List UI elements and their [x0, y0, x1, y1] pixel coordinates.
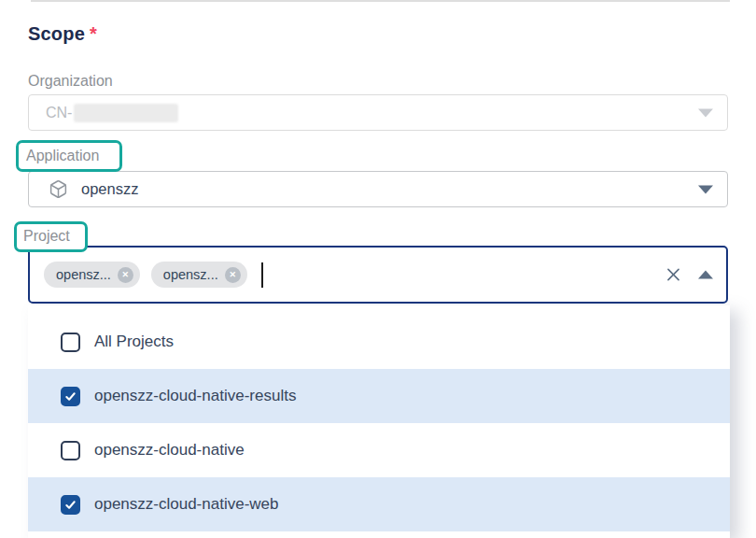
chip-remove-x-circle-icon[interactable]: ✕ [225, 267, 241, 283]
option-label: openszz-cloud-native-results [94, 387, 296, 405]
redacted-value [74, 104, 178, 122]
chip-remove-x-circle-icon[interactable]: ✕ [118, 267, 133, 283]
project-option-row[interactable]: openszz-cloud-native-web [28, 477, 730, 531]
organization-select: CN- [28, 94, 728, 131]
checkbox-unchecked-icon[interactable] [61, 333, 80, 352]
section-title: Scope* [28, 23, 97, 45]
project-option-row[interactable]: openszz-cloud-native [28, 423, 730, 477]
project-options-dropdown: All Projectsopenszz-cloud-native-results… [28, 305, 730, 538]
section-title-text: Scope [28, 23, 85, 44]
project-option-row[interactable]: All Projects [28, 315, 730, 369]
organization-label: Organization [28, 73, 113, 90]
clear-x-icon[interactable] [665, 266, 682, 284]
scope-form-section: Scope* Organization CN- Application open… [0, 0, 756, 538]
chevron-down-icon [698, 108, 713, 117]
option-label: openszz-cloud-native-web [94, 495, 279, 514]
chip-label: opensz... [56, 267, 111, 282]
cube-icon [49, 179, 68, 199]
chip-label: opensz... [163, 267, 218, 282]
selected-project-chip[interactable]: opensz...✕ [151, 262, 247, 288]
checkbox-checked-icon[interactable] [61, 495, 80, 515]
selected-project-chip[interactable]: opensz...✕ [44, 262, 140, 288]
project-option-row[interactable]: openszz-cloud-native-results [28, 369, 730, 423]
chevron-down-icon [698, 185, 713, 193]
project-multiselect[interactable]: opensz...✕opensz...✕ [28, 246, 728, 304]
application-select[interactable]: openszz [28, 171, 728, 207]
checkbox-checked-icon[interactable] [61, 387, 80, 406]
option-label: openszz-cloud-native [94, 441, 245, 460]
project-chips: opensz...✕opensz...✕ [44, 262, 259, 288]
option-label: All Projects [94, 333, 174, 351]
organization-value-prefix: CN- [46, 105, 72, 121]
project-label: Project [23, 228, 70, 245]
chevron-up-icon[interactable] [698, 271, 713, 279]
required-asterisk: * [90, 23, 97, 44]
application-selected-value: openszz [81, 180, 138, 198]
checkbox-unchecked-icon[interactable] [61, 441, 80, 460]
application-label: Application [26, 148, 99, 164]
section-divider [31, 0, 730, 2]
text-cursor [261, 262, 263, 288]
